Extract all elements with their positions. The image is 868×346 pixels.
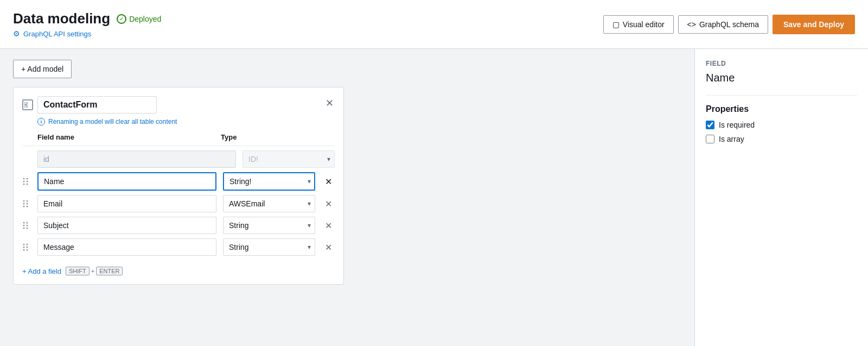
save-deploy-button[interactable]: Save and Deploy: [773, 15, 855, 34]
close-icon: ✕: [325, 242, 332, 253]
rename-warning: i Renaming a model will clear all table …: [37, 118, 335, 125]
svg-point-8: [23, 200, 25, 202]
gear-icon: ⚙: [13, 29, 20, 38]
field-name-input-message[interactable]: [37, 238, 216, 256]
add-model-button[interactable]: + Add model: [13, 60, 72, 78]
add-field-button[interactable]: + Add a field: [22, 267, 61, 275]
type-select-id[interactable]: ID!StringString!IntFloatBooleanAWSDateAW…: [242, 150, 335, 168]
header-left: Data modeling ✓ Deployed ⚙ GraphQL API s…: [13, 10, 161, 38]
deployed-badge: ✓ Deployed: [117, 14, 161, 24]
title-row: Data modeling ✓ Deployed: [13, 10, 161, 27]
svg-point-19: [27, 228, 28, 229]
svg-point-25: [27, 249, 28, 251]
graphql-schema-label: GraphQL schema: [699, 20, 759, 29]
field-delete-button-email[interactable]: ✕: [322, 197, 335, 210]
field-delete-button-name[interactable]: ✕: [322, 175, 335, 188]
field-label: Field: [706, 60, 857, 67]
model-card: ✕ i Renaming a model will clear all tabl…: [13, 87, 344, 285]
field-col-type-label: Type: [221, 133, 313, 141]
model-name-input[interactable]: [37, 96, 157, 114]
check-circle-icon: ✓: [117, 14, 126, 24]
enter-key-badge: ENTER: [96, 267, 123, 275]
svg-point-4: [23, 181, 25, 183]
graphql-schema-button[interactable]: <> GraphQL schema: [678, 15, 768, 34]
field-value: Name: [706, 72, 857, 84]
field-name-input-name[interactable]: [37, 172, 216, 191]
type-select-subject[interactable]: ID!StringString!IntFloatBooleanAWSDateAW…: [223, 217, 315, 234]
field-row-name: ID!StringString!IntFloatBooleanAWSDateAW…: [22, 172, 335, 191]
type-select-name[interactable]: ID!StringString!IntFloatBooleanAWSDateAW…: [223, 172, 315, 191]
drag-handle-icon[interactable]: [22, 178, 31, 185]
editor-icon: ▢: [612, 20, 620, 29]
save-deploy-label: Save and Deploy: [783, 20, 844, 29]
svg-point-10: [23, 203, 25, 205]
drag-handle-icon[interactable]: [22, 222, 31, 229]
model-close-button[interactable]: ✕: [324, 96, 335, 110]
divider: [706, 95, 857, 96]
field-delete-button-subject[interactable]: ✕: [322, 219, 335, 232]
is-array-label[interactable]: Is array: [719, 135, 744, 143]
field-row-id: ID!StringString!IntFloatBooleanAWSDateAW…: [22, 150, 335, 168]
svg-rect-1: [24, 105, 27, 108]
type-select-wrapper: ID!StringString!IntFloatBooleanAWSDateAW…: [223, 238, 315, 256]
visual-editor-button[interactable]: ▢ Visual editor: [603, 15, 674, 34]
fields-header: Field name Type: [22, 133, 335, 146]
add-model-label: + Add model: [21, 65, 63, 73]
is-array-row: Is array: [706, 135, 857, 143]
svg-point-6: [23, 184, 25, 185]
graphql-settings-link[interactable]: ⚙ GraphQL API settings: [13, 29, 161, 38]
code-icon: <>: [687, 20, 696, 29]
field-name-input-id[interactable]: [37, 150, 236, 168]
svg-point-22: [23, 247, 25, 248]
visual-editor-label: Visual editor: [623, 20, 665, 29]
type-select-wrapper: ID!StringString!IntFloatBooleanAWSDateAW…: [242, 150, 335, 168]
svg-point-14: [23, 222, 25, 224]
deployed-status-text: Deployed: [129, 15, 161, 23]
svg-point-18: [23, 228, 25, 229]
field-row-email: ID!StringString!IntFloatBooleanAWSDateAW…: [22, 195, 335, 212]
header-right: ▢ Visual editor <> GraphQL schema Save a…: [603, 15, 855, 34]
svg-point-16: [23, 225, 25, 227]
svg-point-9: [27, 200, 28, 202]
svg-point-24: [23, 249, 25, 251]
field-name-input-email[interactable]: [37, 195, 216, 212]
field-row-subject: ID!StringString!IntFloatBooleanAWSDateAW…: [22, 217, 335, 234]
field-info-section: Field Name: [706, 60, 857, 84]
field-name-input-subject[interactable]: [37, 217, 216, 234]
close-icon: ✕: [325, 177, 332, 187]
svg-point-21: [27, 244, 28, 246]
svg-rect-0: [24, 102, 27, 104]
svg-point-17: [27, 225, 28, 227]
keyboard-hint: SHIFT + ENTER: [66, 267, 123, 275]
field-delete-button-message[interactable]: ✕: [322, 241, 335, 254]
drag-handle-icon[interactable]: [22, 243, 31, 251]
shift-key-badge: SHIFT: [66, 267, 90, 275]
type-select-message[interactable]: ID!StringString!IntFloatBooleanAWSDateAW…: [223, 238, 315, 256]
svg-point-13: [27, 206, 28, 207]
svg-point-3: [27, 178, 28, 180]
type-select-wrapper: ID!StringString!IntFloatBooleanAWSDateAW…: [223, 195, 315, 212]
page-title: Data modeling: [13, 10, 110, 27]
svg-point-20: [23, 244, 25, 246]
svg-point-2: [23, 178, 25, 180]
svg-point-15: [27, 222, 28, 224]
add-field-label: + Add a field: [22, 267, 61, 275]
properties-label: Properties: [706, 104, 857, 114]
svg-point-5: [27, 181, 28, 183]
rename-warning-text: Renaming a model will clear all table co…: [48, 118, 177, 125]
info-icon: i: [37, 118, 45, 125]
type-select-email[interactable]: ID!StringString!IntFloatBooleanAWSDateAW…: [223, 195, 315, 212]
is-required-checkbox[interactable]: [706, 121, 714, 129]
is-required-label[interactable]: Is required: [719, 121, 755, 129]
close-icon: ✕: [325, 199, 332, 209]
drag-handle-icon[interactable]: [22, 200, 31, 207]
is-required-row: Is required: [706, 121, 857, 129]
field-col-name-label: Field name: [37, 133, 214, 141]
fields-container: ID!StringString!IntFloatBooleanAWSDateAW…: [22, 150, 335, 256]
model-name-section: [22, 96, 157, 114]
properties-section: Properties Is required Is array: [706, 104, 857, 143]
is-array-checkbox[interactable]: [706, 135, 714, 143]
type-select-wrapper: ID!StringString!IntFloatBooleanAWSDateAW…: [223, 217, 315, 234]
type-select-wrapper: ID!StringString!IntFloatBooleanAWSDateAW…: [223, 172, 315, 191]
add-field-row: + Add a field SHIFT + ENTER: [22, 262, 335, 275]
